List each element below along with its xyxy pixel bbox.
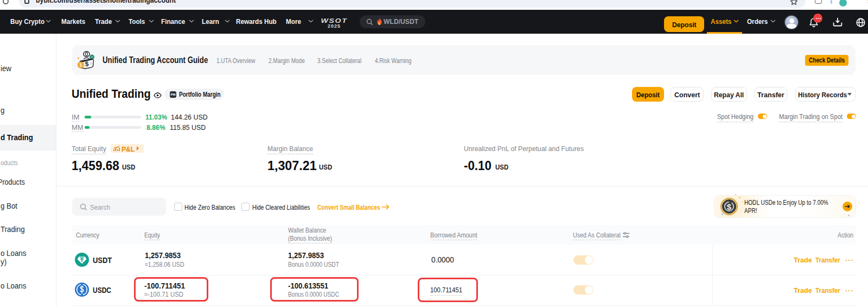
svg-text:$: $ [85,60,89,68]
svg-text:$: $ [727,202,732,211]
